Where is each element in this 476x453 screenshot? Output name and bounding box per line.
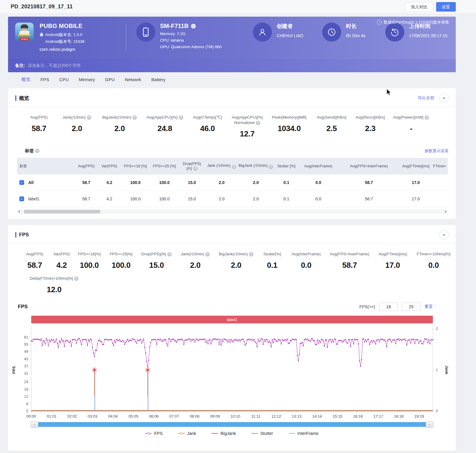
note-label: 备注: — [15, 63, 25, 68]
svg-text:18:18: 18:18 — [394, 414, 404, 419]
stat-label-line: Jank(/10min)? — [62, 115, 91, 120]
help-icon[interactable]: ? — [249, 252, 253, 257]
help-icon[interactable]: ? — [269, 165, 273, 169]
export-all-link[interactable]: 导出全部 — [418, 95, 434, 101]
add-compare-button[interactable]: 加入对比 — [405, 2, 433, 12]
person-icon — [253, 23, 272, 42]
table-cell: 100.0 — [120, 180, 150, 185]
stat-label: Avg(FTime)[ms] — [374, 251, 411, 257]
svg-text:0: 0 — [436, 409, 438, 413]
stat-label-line: Avg(CTemp)[℃] — [193, 115, 222, 120]
legend-item-fps[interactable]: FPS — [145, 431, 162, 436]
svg-text:16:16: 16:16 — [353, 414, 363, 419]
scroll-left-arrow-icon[interactable] — [18, 210, 20, 213]
device-gpu: GPU: Qualcomm Adreno (TM) 660 — [160, 45, 222, 49]
svg-text:55: 55 — [24, 342, 28, 347]
row-label-cell: ✓label1 — [17, 196, 74, 201]
help-icon[interactable]: ? — [167, 252, 172, 257]
android-version-name: Android版本名: 1.5.0 — [45, 32, 82, 37]
legend-item-interframe[interactable]: InterFrame — [289, 431, 319, 436]
help-icon[interactable]: ? — [232, 165, 236, 169]
stat-label: FPS>=18[%] — [74, 251, 105, 257]
svg-text:04:04: 04:04 — [108, 414, 118, 419]
overview-title: 概览 — [19, 95, 29, 102]
column-header-line: FPS>=18 [%] — [124, 164, 147, 169]
chart-range-slider[interactable]: ||| ||| — [31, 422, 433, 427]
note-input[interactable]: 备注: 添加备注，不超过200个字符 — [8, 59, 456, 72]
svg-text:1: 1 — [436, 368, 438, 372]
settings-button[interactable]: 设置 — [436, 2, 456, 12]
fps-threshold-input-1[interactable] — [379, 303, 398, 311]
collect-info: i 数据由PerfDog(5.1.210300)版本收集 — [377, 20, 449, 25]
stat-label: BigJank(/10min)? — [215, 251, 257, 257]
table-cell: 0.1 — [274, 196, 299, 201]
section-tabs: 概览FPSCPUMemoryGPUNetworkBattery — [8, 72, 456, 86]
scroll-right-arrow-icon[interactable] — [445, 210, 447, 213]
clock-icon — [322, 23, 341, 42]
tab-fps[interactable]: FPS — [40, 76, 49, 83]
svg-text:02:02: 02:02 — [67, 414, 77, 419]
stat-value: 0.0 — [287, 261, 325, 270]
svg-text:08:08: 08:08 — [190, 414, 200, 419]
slider-right-handle[interactable]: ||| — [426, 421, 433, 428]
column-header: FTime> — [431, 164, 448, 169]
creator-label: 创建者 — [277, 23, 303, 30]
stat-item: Avg(FPS+InterFrame)58.7 — [325, 251, 374, 270]
tab-cpu[interactable]: CPU — [59, 76, 69, 83]
android-icon — [40, 33, 43, 37]
stat-label-line: Avg(Recv)[KB/s] — [356, 115, 385, 120]
help-icon[interactable]: ? — [74, 276, 79, 281]
svg-text:0: 0 — [26, 409, 28, 413]
stat-value: 46.0 — [187, 124, 228, 133]
stat-label-line: BigJank(/10min)? — [102, 115, 137, 120]
tab-概览[interactable]: 概览 — [21, 76, 30, 84]
svg-text:11:11: 11:11 — [251, 414, 261, 419]
tab-gpu[interactable]: GPU — [105, 76, 115, 83]
stat-label-line: Drop(FPS)[/h]? — [141, 251, 172, 257]
tab-network[interactable]: Network — [125, 76, 141, 83]
legend-item-bigjank[interactable]: BigJank — [212, 431, 236, 436]
svg-text:43: 43 — [24, 357, 28, 361]
param-display-settings-link[interactable]: 参数显示设置 — [425, 148, 449, 154]
table-cell: 58.7 — [74, 180, 98, 185]
upload-time-value: 17/08/2021 09:17:15 — [409, 33, 447, 38]
slider-left-handle[interactable]: ||| — [31, 421, 38, 428]
legend-dot-icon — [180, 432, 183, 435]
stat-value: 100.0 — [105, 261, 137, 270]
stat-item: Drop(FPS)[/h]?15.0 — [137, 251, 176, 270]
fps-threshold-input-2[interactable] — [402, 303, 420, 311]
svg-text:31: 31 — [24, 372, 28, 376]
legend-item-jank[interactable]: Jank — [178, 431, 196, 436]
help-icon[interactable]: ? — [132, 115, 137, 120]
collapse-button[interactable]: ▼ — [439, 93, 449, 103]
stat-item: FPS>=18[%]100.0 — [74, 251, 105, 270]
legend-marker-icon — [289, 433, 295, 434]
collapse-button[interactable]: ▼ — [439, 230, 449, 240]
help-icon[interactable]: ? — [179, 115, 183, 120]
stat-label: Stutter[%] — [257, 251, 287, 257]
help-icon[interactable]: ? — [35, 149, 40, 153]
help-icon[interactable]: ? — [87, 115, 91, 120]
tab-memory[interactable]: Memory — [79, 76, 95, 83]
help-icon[interactable]: ? — [256, 121, 260, 125]
table-cell: 100.0 — [150, 180, 178, 185]
stat-item: FTime>=100ms[%]0.0 — [411, 251, 456, 270]
help-icon[interactable]: ? — [205, 252, 210, 257]
reset-link[interactable]: 重置 — [425, 304, 433, 309]
help-icon[interactable]: ? — [193, 166, 198, 171]
legend-item-stutter[interactable]: Stutter — [251, 431, 273, 436]
tab-battery[interactable]: Battery — [151, 76, 166, 83]
row-checkbox[interactable]: ✓ — [19, 196, 24, 201]
table-horizontal-scrollbar[interactable] — [17, 210, 448, 214]
stat-value: 4.2 — [49, 261, 74, 270]
scrollbar-thumb[interactable] — [24, 210, 100, 213]
fps-line-chart[interactable]: 06121824313743495561012FPSJank00:0001:01… — [8, 323, 456, 420]
app-icon: 绝地求生M MOBILE — [15, 23, 34, 41]
stat-label-line: Avg(FPS+InterFrame) — [330, 251, 369, 257]
stat-value: 2.0 — [57, 124, 97, 133]
svg-text:61: 61 — [24, 335, 28, 339]
help-icon[interactable]: ? — [425, 115, 429, 120]
row-checkbox[interactable]: ✓ — [19, 180, 24, 185]
device-info-icon[interactable]: i — [191, 24, 196, 29]
stat-item: Avg(AppCPU)[%]?24.8 — [142, 115, 187, 139]
